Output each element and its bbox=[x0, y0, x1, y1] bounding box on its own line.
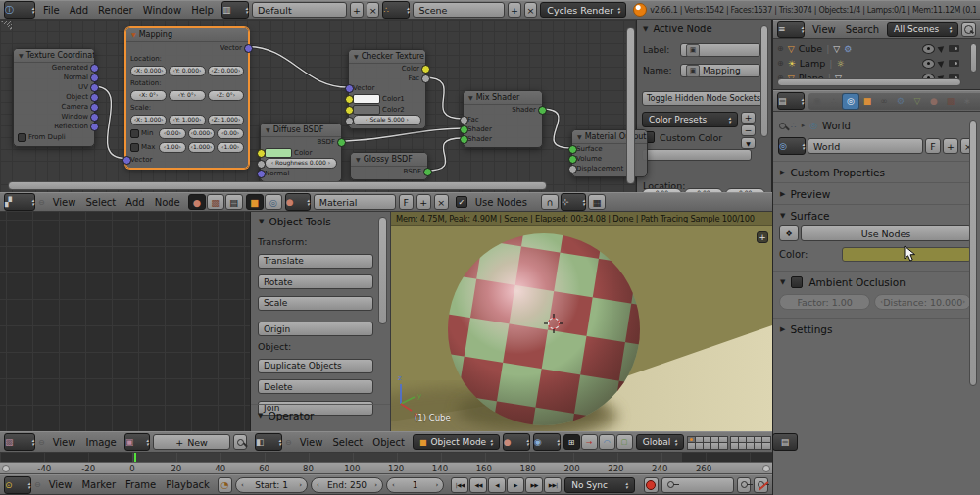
pin-icon[interactable]: ⊖ bbox=[285, 438, 292, 447]
number-field[interactable]: ‹X: 0.000› bbox=[130, 66, 167, 76]
timeline-menu-frame[interactable]: Frame bbox=[121, 479, 161, 490]
output-socket[interactable] bbox=[538, 106, 547, 115]
number-field[interactable]: ‹Z: 1.000› bbox=[208, 115, 244, 125]
settings-panel-header[interactable]: ▶Settings bbox=[773, 320, 839, 339]
input-socket[interactable] bbox=[122, 156, 131, 165]
panel-collapse-icon[interactable]: ▼ bbox=[259, 218, 264, 225]
timeline-ruler[interactable]: -40-200204060801001201401601802002202402… bbox=[0, 462, 772, 474]
node-row-shader[interactable]: Shader bbox=[467, 105, 538, 115]
selectability-cursor-icon[interactable] bbox=[938, 44, 947, 53]
node-row-roughness-0-000[interactable]: ‹ Roughness 0.000 › bbox=[265, 158, 337, 169]
info-menu-render[interactable]: Render bbox=[93, 5, 138, 16]
world-shader-toggle[interactable]: ◎ bbox=[265, 194, 282, 210]
node-row-scale-5-000[interactable]: ‹ Scale 5.000 › bbox=[353, 115, 421, 125]
color-swatch[interactable] bbox=[265, 148, 292, 158]
input-socket[interactable] bbox=[568, 155, 577, 164]
info-menu-add[interactable]: Add bbox=[65, 5, 93, 16]
panel-collapse-icon[interactable]: ▼ bbox=[643, 25, 648, 33]
outliner-hscrollbar[interactable] bbox=[777, 78, 961, 86]
material-browse-button[interactable]: ●▴▾ bbox=[285, 193, 311, 211]
object-shader-toggle[interactable]: ■ bbox=[246, 194, 264, 210]
rendered-view[interactable]: z y x Mem: 4.75M, Peak: 4.90M | Scene | … bbox=[391, 212, 772, 431]
tool-button-rotate[interactable]: Rotate bbox=[258, 274, 373, 289]
output-socket[interactable] bbox=[90, 93, 99, 102]
selectability-cursor-icon[interactable] bbox=[938, 59, 947, 68]
timeline-menu-playback[interactable]: Playback bbox=[161, 479, 215, 490]
custom-properties-panel-header[interactable]: ▶Custom Properties bbox=[773, 163, 892, 182]
open-region-plus-button[interactable]: + bbox=[757, 231, 768, 243]
translate-manipulator-button[interactable]: ➝ bbox=[581, 434, 598, 450]
collapse-icon[interactable]: ▼ bbox=[356, 156, 361, 163]
pin-icon[interactable]: ⊖ bbox=[38, 198, 45, 207]
properties-tab-physics[interactable]: ↺ bbox=[976, 94, 980, 109]
node-editor-canvas[interactable]: ▼Texture CoordinateGeneratedNormalUVObje… bbox=[0, 20, 637, 192]
node-icon-button[interactable]: ❖ bbox=[779, 225, 799, 241]
properties-tab-world[interactable]: ◎ bbox=[843, 94, 858, 109]
properties-tab-render[interactable]: ◉ bbox=[809, 94, 825, 109]
number-field[interactable]: ‹0.00› bbox=[159, 128, 186, 139]
properties-tab-constraints[interactable]: ∞ bbox=[876, 94, 892, 109]
transform-orientation-select[interactable]: Global▴▾ bbox=[636, 434, 684, 450]
add-layout-button[interactable]: + bbox=[350, 2, 364, 18]
new-image-button[interactable]: +New bbox=[153, 434, 231, 450]
play-button[interactable]: ▶ bbox=[507, 477, 524, 493]
render-border-button[interactable]: ▤ bbox=[772, 433, 798, 451]
layer-cell[interactable] bbox=[761, 442, 771, 450]
min-checkbox[interactable] bbox=[130, 129, 139, 138]
outliner-menu-search[interactable]: Search bbox=[841, 25, 884, 35]
expand-icon[interactable]: ⊕ bbox=[777, 44, 784, 53]
node-row-object[interactable]: Object bbox=[18, 92, 90, 102]
next-keyframe-button[interactable]: ▶▶ bbox=[525, 477, 543, 493]
viewport-menu-object[interactable]: Object bbox=[368, 437, 410, 448]
node-name-input[interactable]: ▣Mapping bbox=[680, 64, 760, 77]
active-node-panel-scrollbar[interactable] bbox=[760, 25, 768, 137]
compositing-nodes-tab[interactable]: ▤ bbox=[225, 194, 243, 210]
tool-shelf-scrollbar[interactable] bbox=[378, 217, 387, 324]
world-name-field[interactable]: World bbox=[808, 138, 923, 154]
node-checker[interactable]: ▼Checker TextureColorFacVectorColor1Colo… bbox=[348, 49, 426, 129]
new-material-button[interactable]: + bbox=[416, 194, 431, 210]
tool-button-duplicate-objects[interactable]: Duplicate Objects bbox=[258, 359, 373, 373]
ambient-occlusion-checkbox[interactable] bbox=[791, 276, 803, 288]
node-editor-hscrollbar[interactable] bbox=[8, 181, 547, 190]
play-reverse-button[interactable]: ◀ bbox=[488, 477, 506, 493]
number-field[interactable]: ‹1.00› bbox=[159, 142, 186, 153]
editor-type-properties-button[interactable]: ▤▴▾ bbox=[777, 92, 805, 110]
node-row-window[interactable]: Window bbox=[18, 112, 90, 122]
node-diffuse[interactable]: ▼Diffuse BSDFBSDFColor‹ Roughness 0.000 … bbox=[260, 123, 342, 182]
jump-to-end-button[interactable]: ▶▶| bbox=[544, 477, 562, 493]
info-menu-window[interactable]: Window bbox=[138, 5, 186, 16]
node-row-bsdf[interactable]: BSDF bbox=[355, 167, 423, 176]
output-socket[interactable] bbox=[90, 74, 99, 82]
shader-nodes-tab[interactable]: ● bbox=[188, 194, 206, 210]
end-frame-field[interactable]: ‹End: 250› bbox=[311, 477, 383, 493]
timeline-playhead[interactable] bbox=[134, 453, 136, 462]
properties-tab-particles[interactable]: ∗ bbox=[959, 94, 975, 109]
max-checkbox[interactable] bbox=[130, 143, 139, 152]
snap-magnet-icon[interactable]: ∩ bbox=[541, 194, 559, 210]
number-field[interactable]: ‹0.00› bbox=[217, 128, 244, 139]
output-socket[interactable] bbox=[90, 83, 99, 92]
image-editor-canvas[interactable] bbox=[0, 212, 251, 431]
number-field[interactable]: ‹1.00› bbox=[217, 142, 244, 153]
scale-manipulator-button[interactable]: ▢ bbox=[616, 434, 633, 450]
properties-tab-scene[interactable]: ∴ bbox=[826, 94, 842, 109]
layer-cell[interactable] bbox=[718, 442, 728, 450]
value-slider[interactable]: ‹ Roughness 0.000 › bbox=[265, 158, 337, 169]
collapse-icon[interactable]: ▼ bbox=[468, 94, 473, 101]
input-socket[interactable] bbox=[568, 145, 577, 154]
node-row-fields[interactable]: ‹X: 0.000›‹Y: 0.000›‹Z: 0.000› bbox=[130, 64, 244, 77]
number-field[interactable]: ‹Y: 0.000› bbox=[169, 66, 205, 76]
ao-factor-slider[interactable]: Factor: 1.00 bbox=[779, 294, 870, 310]
node-mapping[interactable]: ▼MappingVectorLocation:‹X: 0.000›‹Y: 0.0… bbox=[125, 27, 249, 169]
collapse-icon[interactable]: ▼ bbox=[354, 53, 359, 60]
properties-tab-texture[interactable]: ▩ bbox=[943, 94, 958, 109]
viewport-shading-select[interactable]: ●▴▾ bbox=[503, 433, 530, 451]
backdrop-icon[interactable]: ▦ bbox=[588, 194, 606, 210]
outliner-vscrollbar[interactable] bbox=[970, 43, 977, 73]
screen-layout-icon-button[interactable]: ▥▴▾ bbox=[221, 1, 249, 19]
screen-layout-field[interactable]: Default bbox=[252, 2, 347, 18]
pin-image-button[interactable] bbox=[233, 434, 247, 450]
node-editor-menu-node[interactable]: Node bbox=[150, 197, 185, 208]
node-color-field[interactable] bbox=[642, 149, 752, 161]
